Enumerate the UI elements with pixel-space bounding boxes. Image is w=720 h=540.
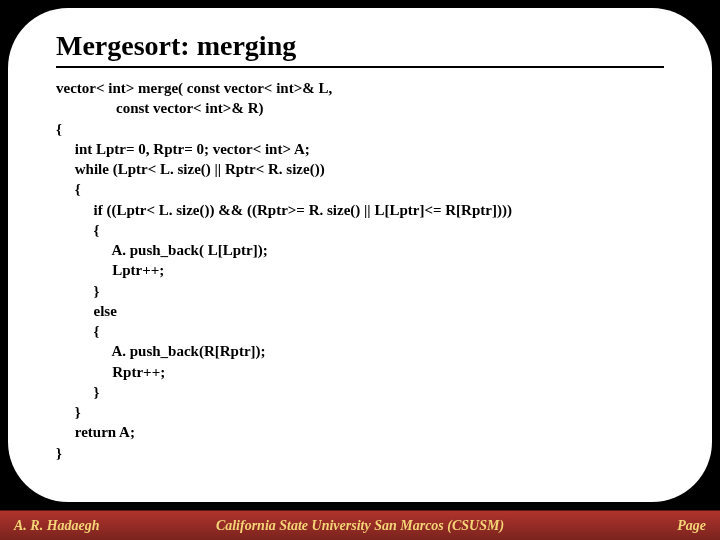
footer-bar: A. R. Hadaegh California State Universit…: [0, 510, 720, 540]
slide-body: Mergesort: merging vector< int> merge( c…: [8, 8, 712, 502]
title-underline: [56, 66, 664, 68]
footer-author: A. R. Hadaegh: [14, 518, 100, 534]
slide-title: Mergesort: merging: [56, 30, 664, 62]
footer-institution: California State University San Marcos (…: [0, 518, 720, 534]
footer-page-label: Page: [677, 518, 706, 534]
code-block: vector< int> merge( const vector< int>& …: [56, 78, 664, 463]
